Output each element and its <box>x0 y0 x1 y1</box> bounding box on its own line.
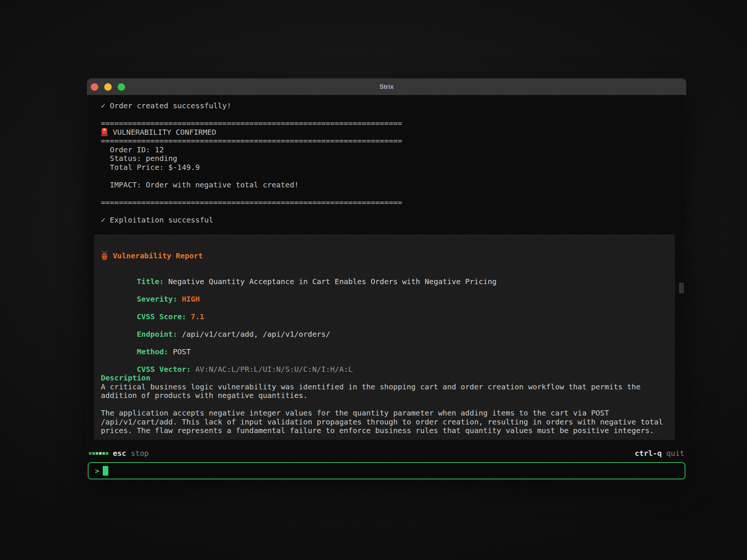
terminal-content: ✓ Order created successfully! ==========… <box>87 95 686 481</box>
report-cvss-vector-row: CVSS Vector:AV:N/AC:L/PR:L/UI:N/S:U/C:N/… <box>101 356 668 365</box>
title-label: Title: <box>137 277 164 286</box>
report-endpoint-row: Endpoint:/api/v1/cart/add, /api/v1/order… <box>101 321 668 330</box>
status-bar-left: esc stop <box>89 449 149 458</box>
quit-key-hint[interactable]: ctrl-q <box>635 449 662 458</box>
scrollbar-thumb[interactable] <box>679 283 684 293</box>
endpoint-label: Endpoint: <box>137 330 177 339</box>
vuln-confirmed-line: VULNERABILITY CONFIRMED <box>101 128 402 137</box>
strix-window: Strix ✓ Order created successfully! ====… <box>87 78 686 481</box>
separator-line: ========================================… <box>101 198 402 207</box>
title-value: Negative Quantity Acceptance in Cart Ena… <box>168 277 497 286</box>
status-bar-right: ctrl-q quit <box>635 449 684 458</box>
terminal-output: ✓ Order created successfully! ==========… <box>101 102 402 224</box>
exploitation-line: ✓ Exploitation successful <box>101 216 402 225</box>
vulnerability-report-panel: Vulnerability Report Title:Negative Quan… <box>94 234 675 440</box>
description-line: addition of products with negative quant… <box>101 391 668 400</box>
description-line: /api/v1/cart/add. This lack of input val… <box>101 418 668 427</box>
report-heading-row: Vulnerability Report <box>101 251 668 261</box>
method-label: Method: <box>137 347 168 356</box>
order-status-line: Status: pending <box>101 154 402 163</box>
report-heading: Vulnerability Report <box>113 251 203 260</box>
window-title: Strix <box>87 78 686 95</box>
report-method-row: Method:POST <box>101 339 668 348</box>
total-price-line: Total Price: $-149.9 <box>101 163 402 172</box>
description-heading: Description <box>101 374 668 383</box>
description-line: A critical business logic vulnerability … <box>101 383 668 392</box>
cvss-score-label: CVSS Score: <box>137 312 186 321</box>
method-value: POST <box>173 347 191 356</box>
report-severity-row: Severity:HIGH <box>101 286 668 295</box>
esc-action-label: stop <box>131 449 149 458</box>
order-id-line: Order ID: 12 <box>101 146 402 155</box>
siren-icon <box>101 127 108 137</box>
order-success-line: ✓ Order created successfully! <box>101 102 402 111</box>
cvss-vector-value: AV:N/AC:L/PR:L/UI:N/S:U/C:N/I:H/A:L <box>195 365 353 374</box>
vuln-confirmed-text: VULNERABILITY CONFIRMED <box>113 128 216 137</box>
quit-action-label: quit <box>666 449 684 458</box>
prompt-symbol: > <box>95 466 99 475</box>
severity-badge: HIGH <box>182 295 200 304</box>
separator-line: ========================================… <box>101 119 402 128</box>
esc-key-hint[interactable]: esc <box>113 449 126 458</box>
window-titlebar[interactable]: Strix <box>87 78 686 95</box>
bug-icon <box>101 251 108 261</box>
separator-line: ========================================… <box>101 137 402 146</box>
description-line: prices. The flaw represents a fundamenta… <box>101 426 668 435</box>
severity-label: Severity: <box>137 295 177 304</box>
command-input[interactable]: > <box>88 462 685 479</box>
impact-line: IMPACT: Order with negative total create… <box>101 181 402 190</box>
endpoint-value: /api/v1/cart/add, /api/v1/orders/ <box>182 330 330 339</box>
cvss-score-value: 7.1 <box>191 312 204 321</box>
cvss-vector-label: CVSS Vector: <box>137 365 191 374</box>
description-line: The application accepts negative integer… <box>101 409 668 418</box>
status-bar: esc stop ctrl-q quit <box>89 449 684 458</box>
text-cursor <box>103 466 108 476</box>
activity-spinner-icon <box>89 452 108 455</box>
report-title-row: Title:Negative Quantity Acceptance in Ca… <box>101 268 668 277</box>
report-cvss-score-row: CVSS Score:7.1 <box>101 304 668 312</box>
